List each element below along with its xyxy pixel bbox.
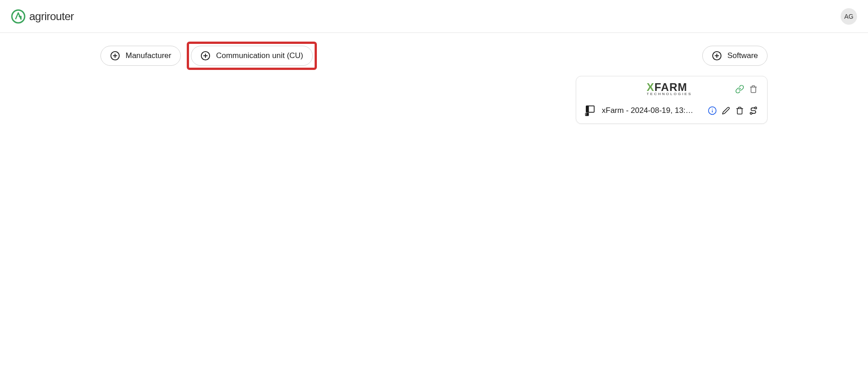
trash-icon: [736, 107, 744, 115]
add-communication-unit-button[interactable]: Communication unit (CU): [191, 46, 313, 66]
add-software-button[interactable]: Software: [702, 46, 768, 66]
delete-entry-button[interactable]: [735, 106, 744, 115]
plus-circle-icon: [110, 51, 120, 61]
communication-unit-button-label: Communication unit (CU): [216, 51, 303, 60]
card-header: XFARM TECHNOLOGIES: [576, 76, 767, 100]
add-manufacturer-button[interactable]: Manufacturer: [100, 46, 181, 66]
app-header: agrirouter AG: [0, 0, 868, 33]
brand-name: FARM: [654, 81, 687, 93]
plus-circle-icon: [200, 51, 210, 61]
delete-card-button[interactable]: [749, 85, 758, 94]
brand-subtitle: TECHNOLOGIES: [647, 92, 692, 96]
logo[interactable]: agrirouter: [11, 9, 74, 24]
agrirouter-logo-icon: [11, 9, 26, 24]
highlighted-selection: Communication unit (CU): [187, 42, 317, 70]
avatar-initials: AG: [844, 13, 853, 20]
info-icon: [708, 106, 717, 115]
software-entry-row: xFarm - 2024-08-19, 13:…: [576, 100, 767, 123]
plus-circle-icon: [712, 51, 722, 61]
xfarm-logo: XFARM TECHNOLOGIES: [647, 82, 692, 96]
right-section: Software XFARM TECHNOLOGIES: [576, 46, 768, 124]
route-icon: [749, 106, 758, 115]
svg-point-14: [585, 114, 586, 115]
svg-point-0: [12, 10, 25, 23]
manufacturer-button-label: Manufacturer: [126, 51, 171, 60]
logo-text: agrirouter: [29, 10, 74, 23]
entry-actions: [708, 106, 758, 115]
software-card: XFARM TECHNOLOGIES: [576, 76, 768, 124]
link-icon: [735, 85, 744, 94]
brand-prefix: X: [647, 81, 654, 93]
link-button[interactable]: [735, 85, 744, 94]
edit-button[interactable]: [721, 106, 731, 115]
left-button-group: Manufacturer Communication unit (CU): [100, 46, 313, 66]
software-button-label: Software: [727, 51, 758, 60]
trash-icon: [749, 85, 758, 93]
pencil-icon: [722, 107, 730, 115]
user-avatar[interactable]: AG: [841, 8, 857, 25]
computer-icon: [584, 104, 596, 117]
route-button[interactable]: [749, 106, 758, 115]
info-button[interactable]: [708, 106, 717, 115]
entry-label: xFarm - 2024-08-19, 13:…: [602, 106, 702, 115]
svg-rect-11: [586, 106, 589, 112]
svg-point-13: [585, 113, 586, 114]
main-content: Manufacturer Communication unit (CU) Sof…: [0, 33, 868, 124]
card-header-actions: [735, 85, 758, 94]
